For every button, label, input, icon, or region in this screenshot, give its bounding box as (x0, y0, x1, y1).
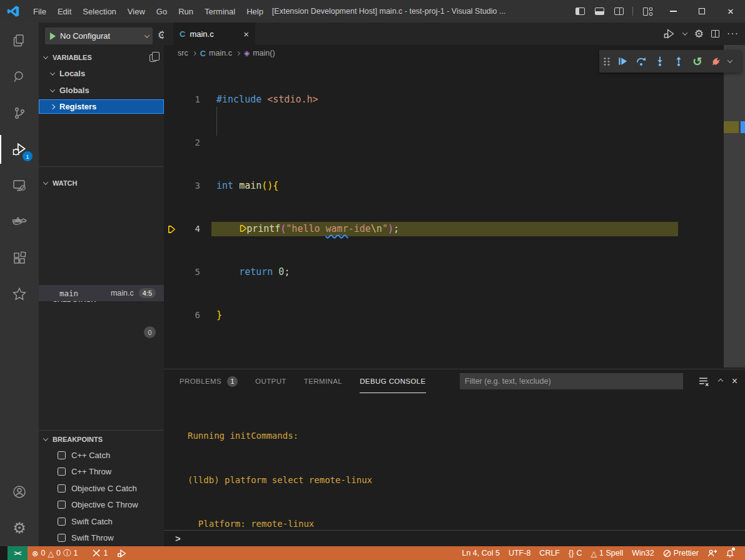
menu-edit[interactable]: Edit (52, 0, 77, 22)
accounts-button[interactable] (0, 474, 39, 510)
console-prompt[interactable]: > (175, 533, 181, 544)
sidebar-item-search[interactable] (0, 59, 39, 95)
close-button[interactable]: × (716, 0, 745, 22)
formatter-status[interactable]: Prettier (663, 549, 699, 558)
step-over-button[interactable] (633, 53, 649, 69)
checkbox-unchecked[interactable] (58, 534, 66, 542)
breakpoint-row[interactable]: Objective C Throw (39, 496, 164, 512)
menu-file[interactable]: File (28, 0, 52, 22)
menu-view[interactable]: View (122, 0, 151, 22)
minimize-button[interactable] (659, 0, 687, 22)
gripper-icon[interactable] (603, 57, 611, 66)
sidebar-item-remote-explorer[interactable] (0, 168, 39, 204)
line-number[interactable]: 4 (184, 222, 200, 236)
checkbox-unchecked[interactable] (58, 518, 66, 526)
close-panel-icon[interactable]: × (732, 376, 737, 387)
line-number[interactable]: 2 (184, 136, 200, 150)
tab-output[interactable]: OUTPUT (255, 369, 286, 393)
tab-main-c[interactable]: C main.c × (173, 22, 255, 45)
toggle-panel-icon[interactable] (595, 8, 604, 15)
more-actions-icon[interactable]: ··· (727, 28, 739, 39)
breadcrumb-symbol[interactable]: main() (253, 49, 275, 58)
call-stack-frame-row[interactable]: main main.c 4:5 (39, 285, 164, 301)
problems-status[interactable]: ⊗ 0 △ 0 ⓘ 1 (32, 548, 78, 559)
clear-console-icon[interactable] (699, 377, 709, 386)
maximize-panel-icon[interactable] (717, 379, 722, 384)
copy-icon[interactable] (150, 54, 156, 62)
step-out-button[interactable] (671, 53, 687, 69)
checkbox-unchecked[interactable] (58, 484, 66, 492)
continue-button[interactable] (614, 53, 631, 69)
restart-button[interactable]: ↺ (689, 53, 706, 69)
menu-run[interactable]: Run (173, 0, 199, 22)
line-number[interactable]: 5 (184, 265, 200, 279)
breakpoint-row[interactable]: Swift Throw (39, 529, 164, 546)
menu-selection[interactable]: Selection (77, 0, 121, 22)
split-editor-icon[interactable] (711, 30, 719, 38)
step-into-button[interactable] (652, 53, 668, 69)
chevron-down-icon[interactable] (727, 58, 732, 62)
watch-section-header[interactable]: WATCH (39, 176, 164, 190)
customize-layout-icon[interactable] (643, 8, 652, 16)
variables-scope-registers[interactable]: Registers (39, 99, 164, 114)
start-debug-icon[interactable] (50, 32, 56, 40)
remote-indicator[interactable]: >< (8, 546, 28, 560)
debug-status[interactable] (117, 549, 127, 558)
debug-console-output[interactable]: Running initCommands: (lldb) platform se… (164, 399, 745, 560)
sidebar-item-source-control[interactable] (0, 95, 39, 131)
checkbox-unchecked[interactable] (58, 501, 66, 509)
settings-button[interactable]: ⚙ (0, 510, 39, 546)
gear-icon[interactable]: ⚙ (694, 29, 704, 39)
variables-scope-locals[interactable]: Locals (39, 66, 164, 81)
sidebar-item-explorer[interactable] (0, 22, 39, 59)
cursor-position[interactable]: Ln 4, Col 5 (462, 549, 499, 558)
feedback-button[interactable] (707, 549, 717, 558)
line-number[interactable]: 1 (184, 92, 200, 107)
debug-settings-gear-icon[interactable]: ⚙ (158, 30, 164, 41)
tools-status[interactable]: 1 (92, 549, 108, 558)
menu-terminal[interactable]: Terminal (199, 0, 241, 22)
checkbox-unchecked[interactable] (58, 451, 66, 459)
sidebar-item-star[interactable] (0, 276, 39, 312)
encoding-status[interactable]: UTF-8 (509, 549, 530, 558)
menu-help[interactable]: Help (241, 0, 269, 22)
tab-problems[interactable]: PROBLEMS 1 (180, 369, 238, 393)
debug-toolbar[interactable]: ↺ (599, 50, 741, 72)
checkbox-unchecked[interactable] (58, 468, 66, 476)
sidebar-item-extensions[interactable] (0, 240, 39, 276)
maximize-button[interactable] (687, 0, 716, 22)
breadcrumb-file[interactable]: main.c (209, 49, 232, 58)
sidebar-item-docker[interactable] (0, 204, 39, 240)
breakpoints-section-header[interactable]: BREAKPOINTS (39, 432, 164, 446)
variables-section-header[interactable]: VARIABLES (39, 50, 164, 64)
language-mode[interactable]: {} C (569, 549, 582, 558)
platform-status[interactable]: Win32 (632, 549, 654, 558)
symbol-method-icon: ◈ (244, 49, 250, 58)
eol-status[interactable]: CRLF (539, 549, 560, 558)
debug-configuration-dropdown[interactable]: No Configurat (45, 28, 153, 44)
toggle-sidebar-icon[interactable] (575, 8, 585, 15)
variables-scope-globals[interactable]: Globals (39, 83, 164, 98)
menu-go[interactable]: Go (151, 0, 173, 22)
code-editor[interactable]: 1 #include <stdio.h> 2 3 int main(){ 4 (164, 64, 724, 351)
breakpoint-row[interactable]: Objective C Catch (39, 480, 164, 496)
tab-terminal[interactable]: TERMINAL (304, 369, 342, 393)
overview-ruler[interactable] (724, 45, 745, 368)
spell-status[interactable]: △ 1 Spell (590, 549, 623, 558)
breakpoint-row[interactable]: Swift Catch (39, 513, 164, 529)
toggle-secondary-sidebar-icon[interactable] (614, 8, 624, 15)
sidebar-item-run-and-debug[interactable]: 1 (0, 131, 39, 168)
line-number[interactable]: 6 (184, 308, 200, 322)
breakpoint-row[interactable]: C++ Throw (39, 463, 164, 479)
tab-debug-console[interactable]: DEBUG CONSOLE (360, 369, 426, 393)
run-debug-action-icon[interactable] (663, 28, 676, 39)
breadcrumb-folder[interactable]: src (178, 49, 188, 58)
line-number[interactable]: 3 (184, 179, 200, 193)
disconnect-button[interactable] (708, 53, 724, 69)
breakpoint-row[interactable]: C++ Catch (39, 447, 164, 463)
console-filter-input[interactable] (460, 373, 683, 389)
close-tab-icon[interactable]: × (243, 29, 249, 39)
chevron-down-icon[interactable] (682, 30, 687, 35)
notifications-bell[interactable] (726, 549, 734, 558)
debug-current-line-arrow-icon[interactable] (167, 224, 176, 234)
